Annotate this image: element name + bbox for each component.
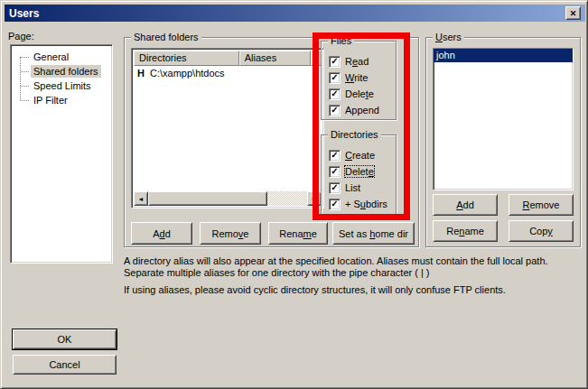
alias-note: A directory alias will also appear at th… (124, 255, 579, 279)
checkbox-box: ✓ (329, 182, 341, 194)
column-header-aliases[interactable]: Aliases (239, 51, 311, 66)
arrow-left-icon: ◄ (138, 196, 145, 202)
button-label: Rename (446, 226, 484, 236)
close-icon: ✕ (570, 9, 577, 18)
titlebar[interactable]: Users (5, 5, 585, 22)
cyclic-note: If using aliases, please avoid cyclic di… (124, 284, 579, 296)
scrollbar-thumb[interactable] (148, 191, 267, 206)
button-label: Remove (212, 228, 249, 239)
sidebar-item-label: Speed Limits (31, 79, 94, 92)
home-dir-flag: H (135, 68, 146, 79)
rename-user-button[interactable]: Rename (433, 220, 498, 242)
window-title: Users (9, 7, 39, 20)
remove-folder-button[interactable]: Remove (200, 222, 261, 245)
table-row[interactable]: H C:\xampp\htdocs (134, 66, 322, 80)
directories-group-label: Directories (328, 129, 381, 140)
check-icon: ✓ (331, 57, 338, 66)
tree-stub (21, 100, 29, 101)
ok-button[interactable]: OK (13, 329, 117, 349)
table-header: Directories Aliases (134, 51, 322, 66)
checkbox-box: ✓ (329, 166, 341, 178)
shared-folders-group-label: Shared folders (131, 32, 201, 42)
check-icon: ✓ (331, 73, 338, 82)
checkbox-label: Append (345, 105, 379, 116)
close-button[interactable]: ✕ (565, 6, 581, 20)
check-icon: ✓ (331, 183, 338, 192)
checkbox-dirs-subdirs[interactable]: ✓ + Subdirs (329, 198, 387, 210)
checkbox-label: List (345, 182, 360, 193)
button-label: Copy (529, 226, 553, 236)
checkbox-label: Delete (345, 88, 374, 99)
tree-stub (21, 71, 29, 72)
button-label: Remove (523, 199, 560, 210)
tree-stub (21, 86, 29, 87)
checkbox-box: ✓ (329, 105, 341, 116)
tree-stub (21, 57, 29, 58)
check-icon: ✓ (331, 199, 338, 208)
checkbox-box: ✓ (329, 72, 341, 84)
checkbox-label: Write (345, 72, 368, 83)
files-group-label: Files (328, 35, 354, 46)
page-listbox: General Shared folders Speed Limits IP F… (10, 44, 113, 264)
checkbox-dirs-list[interactable]: ✓ List (329, 181, 360, 194)
checkbox-dirs-delete[interactable]: ✓ Delete (329, 165, 374, 178)
directories-permissions-group: Directories ✓ Create ✓ Delete ✓ List ✓ +… (321, 134, 397, 218)
sidebar-item-shared-folders[interactable]: Shared folders (11, 64, 101, 79)
checkbox-label: Read (345, 56, 369, 67)
checkbox-files-delete[interactable]: ✓ Delete (329, 88, 374, 100)
arrow-right-icon: ► (312, 196, 318, 202)
files-permissions-group: Files ✓ Read ✓ Write ✓ Delete ✓ Append (321, 41, 397, 120)
add-folder-button[interactable]: Add (131, 222, 192, 245)
check-icon: ✓ (331, 89, 338, 98)
checkbox-label: + Subdirs (345, 199, 387, 209)
check-icon: ✓ (331, 106, 338, 115)
horizontal-scrollbar: ◄ ► (134, 191, 322, 206)
button-label: Add (456, 199, 474, 210)
copy-user-button[interactable]: Copy (509, 220, 574, 242)
cancel-button[interactable]: Cancel (13, 355, 117, 375)
checkbox-label: Create (345, 150, 375, 161)
checkbox-box: ✓ (329, 88, 341, 100)
page-label: Page: (8, 31, 34, 42)
users-dialog: Users ✕ Page: General Shared folders Spe… (0, 0, 588, 389)
add-user-button[interactable]: Add (433, 194, 498, 216)
checkbox-files-read[interactable]: ✓ Read (329, 55, 369, 68)
sidebar-item-label: General (31, 51, 71, 63)
column-header-directories[interactable]: Directories (134, 51, 239, 66)
scroll-left-button[interactable]: ◄ (134, 191, 148, 206)
rename-folder-button[interactable]: Rename (268, 222, 328, 245)
button-label: Rename (279, 228, 317, 239)
checkbox-dirs-create[interactable]: ✓ Create (329, 149, 375, 162)
checkbox-box: ✓ (329, 56, 341, 68)
checkbox-label: Delete (345, 166, 374, 177)
sidebar-item-ip-filter[interactable]: IP Filter (11, 93, 70, 107)
sidebar-item-general[interactable]: General (11, 50, 71, 64)
sidebar-item-label: Shared folders (31, 65, 101, 78)
scrollbar-track[interactable] (267, 191, 307, 206)
sidebar-item-label: IP Filter (31, 94, 70, 107)
users-group-label: Users (433, 32, 464, 42)
users-listbox: john (433, 48, 574, 190)
checkbox-files-append[interactable]: ✓ Append (329, 104, 379, 116)
remove-user-button[interactable]: Remove (509, 194, 574, 216)
checkbox-box: ✓ (329, 150, 341, 162)
button-label: Add (153, 228, 171, 239)
check-icon: ✓ (331, 167, 338, 176)
checkbox-box: ✓ (329, 199, 341, 210)
set-as-home-dir-button[interactable]: Set as home dir (332, 222, 415, 245)
button-label: Set as home dir (339, 228, 408, 239)
checkbox-files-write[interactable]: ✓ Write (329, 71, 368, 84)
user-list-item[interactable]: john (434, 49, 573, 62)
scroll-right-button[interactable]: ► (307, 191, 322, 206)
check-icon: ✓ (331, 151, 338, 160)
sidebar-item-speed-limits[interactable]: Speed Limits (11, 79, 94, 93)
directories-table: Directories Aliases H C:\xampp\htdocs ◄ … (131, 48, 324, 208)
directory-path: C:\xampp\htdocs (150, 68, 225, 79)
